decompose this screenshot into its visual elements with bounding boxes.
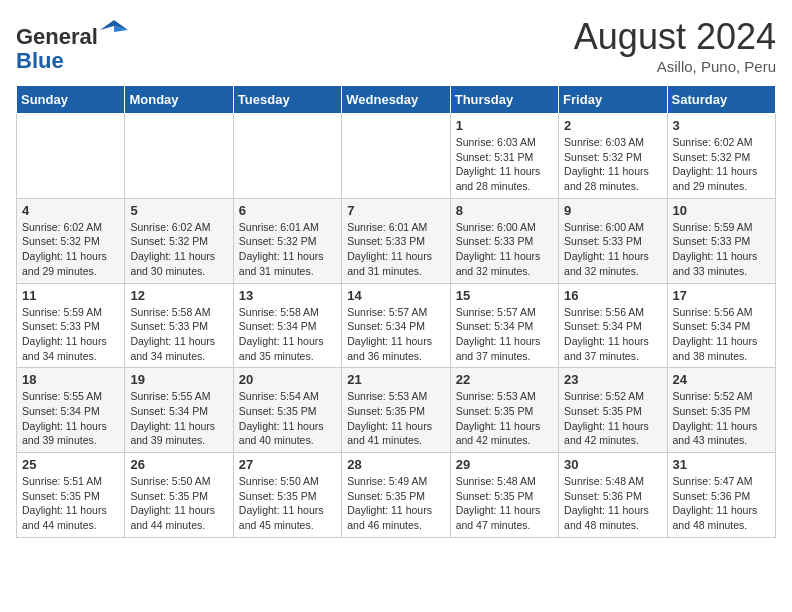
day-number: 25 bbox=[22, 457, 119, 472]
day-info: Sunrise: 6:00 AMSunset: 5:33 PMDaylight:… bbox=[456, 220, 553, 279]
day-number: 9 bbox=[564, 203, 661, 218]
calendar-cell: 16Sunrise: 5:56 AMSunset: 5:34 PMDayligh… bbox=[559, 283, 667, 368]
calendar-cell: 13Sunrise: 5:58 AMSunset: 5:34 PMDayligh… bbox=[233, 283, 341, 368]
logo-bird-icon bbox=[100, 16, 128, 44]
weekday-header-tuesday: Tuesday bbox=[233, 86, 341, 114]
day-number: 11 bbox=[22, 288, 119, 303]
calendar-cell: 3Sunrise: 6:02 AMSunset: 5:32 PMDaylight… bbox=[667, 114, 775, 199]
weekday-header-thursday: Thursday bbox=[450, 86, 558, 114]
day-info: Sunrise: 6:00 AMSunset: 5:33 PMDaylight:… bbox=[564, 220, 661, 279]
title-block: August 2024 Asillo, Puno, Peru bbox=[574, 16, 776, 75]
calendar-cell: 24Sunrise: 5:52 AMSunset: 5:35 PMDayligh… bbox=[667, 368, 775, 453]
calendar-cell bbox=[233, 114, 341, 199]
calendar-cell bbox=[342, 114, 450, 199]
calendar-cell: 4Sunrise: 6:02 AMSunset: 5:32 PMDaylight… bbox=[17, 198, 125, 283]
day-info: Sunrise: 5:49 AMSunset: 5:35 PMDaylight:… bbox=[347, 474, 444, 533]
calendar-cell: 11Sunrise: 5:59 AMSunset: 5:33 PMDayligh… bbox=[17, 283, 125, 368]
day-number: 30 bbox=[564, 457, 661, 472]
logo-blue-text: Blue bbox=[16, 48, 64, 73]
day-number: 22 bbox=[456, 372, 553, 387]
day-number: 27 bbox=[239, 457, 336, 472]
day-info: Sunrise: 5:56 AMSunset: 5:34 PMDaylight:… bbox=[673, 305, 770, 364]
page-header: General Blue August 2024 Asillo, Puno, P… bbox=[16, 16, 776, 75]
day-info: Sunrise: 6:02 AMSunset: 5:32 PMDaylight:… bbox=[130, 220, 227, 279]
day-info: Sunrise: 5:59 AMSunset: 5:33 PMDaylight:… bbox=[22, 305, 119, 364]
calendar-cell: 9Sunrise: 6:00 AMSunset: 5:33 PMDaylight… bbox=[559, 198, 667, 283]
logo: General Blue bbox=[16, 16, 128, 73]
day-info: Sunrise: 5:52 AMSunset: 5:35 PMDaylight:… bbox=[673, 389, 770, 448]
calendar-cell: 7Sunrise: 6:01 AMSunset: 5:33 PMDaylight… bbox=[342, 198, 450, 283]
day-number: 13 bbox=[239, 288, 336, 303]
day-number: 26 bbox=[130, 457, 227, 472]
day-number: 3 bbox=[673, 118, 770, 133]
day-number: 6 bbox=[239, 203, 336, 218]
weekday-header-saturday: Saturday bbox=[667, 86, 775, 114]
calendar-cell: 25Sunrise: 5:51 AMSunset: 5:35 PMDayligh… bbox=[17, 453, 125, 538]
day-info: Sunrise: 5:55 AMSunset: 5:34 PMDaylight:… bbox=[22, 389, 119, 448]
calendar-week-row: 18Sunrise: 5:55 AMSunset: 5:34 PMDayligh… bbox=[17, 368, 776, 453]
month-year-title: August 2024 bbox=[574, 16, 776, 58]
day-number: 5 bbox=[130, 203, 227, 218]
day-number: 21 bbox=[347, 372, 444, 387]
day-info: Sunrise: 5:52 AMSunset: 5:35 PMDaylight:… bbox=[564, 389, 661, 448]
day-number: 29 bbox=[456, 457, 553, 472]
calendar-week-row: 1Sunrise: 6:03 AMSunset: 5:31 PMDaylight… bbox=[17, 114, 776, 199]
day-number: 16 bbox=[564, 288, 661, 303]
day-number: 7 bbox=[347, 203, 444, 218]
day-number: 8 bbox=[456, 203, 553, 218]
day-number: 15 bbox=[456, 288, 553, 303]
day-number: 12 bbox=[130, 288, 227, 303]
calendar-cell: 1Sunrise: 6:03 AMSunset: 5:31 PMDaylight… bbox=[450, 114, 558, 199]
calendar-cell: 14Sunrise: 5:57 AMSunset: 5:34 PMDayligh… bbox=[342, 283, 450, 368]
day-info: Sunrise: 5:50 AMSunset: 5:35 PMDaylight:… bbox=[130, 474, 227, 533]
calendar-cell: 21Sunrise: 5:53 AMSunset: 5:35 PMDayligh… bbox=[342, 368, 450, 453]
weekday-header-sunday: Sunday bbox=[17, 86, 125, 114]
day-number: 10 bbox=[673, 203, 770, 218]
day-number: 23 bbox=[564, 372, 661, 387]
calendar-cell bbox=[125, 114, 233, 199]
day-number: 19 bbox=[130, 372, 227, 387]
calendar-cell: 8Sunrise: 6:00 AMSunset: 5:33 PMDaylight… bbox=[450, 198, 558, 283]
day-info: Sunrise: 5:57 AMSunset: 5:34 PMDaylight:… bbox=[347, 305, 444, 364]
day-number: 4 bbox=[22, 203, 119, 218]
calendar-cell: 29Sunrise: 5:48 AMSunset: 5:35 PMDayligh… bbox=[450, 453, 558, 538]
day-info: Sunrise: 6:01 AMSunset: 5:32 PMDaylight:… bbox=[239, 220, 336, 279]
day-info: Sunrise: 5:48 AMSunset: 5:35 PMDaylight:… bbox=[456, 474, 553, 533]
calendar-cell: 26Sunrise: 5:50 AMSunset: 5:35 PMDayligh… bbox=[125, 453, 233, 538]
day-info: Sunrise: 5:47 AMSunset: 5:36 PMDaylight:… bbox=[673, 474, 770, 533]
day-info: Sunrise: 5:57 AMSunset: 5:34 PMDaylight:… bbox=[456, 305, 553, 364]
day-info: Sunrise: 5:54 AMSunset: 5:35 PMDaylight:… bbox=[239, 389, 336, 448]
day-number: 1 bbox=[456, 118, 553, 133]
calendar-cell: 19Sunrise: 5:55 AMSunset: 5:34 PMDayligh… bbox=[125, 368, 233, 453]
day-number: 31 bbox=[673, 457, 770, 472]
weekday-header-friday: Friday bbox=[559, 86, 667, 114]
day-number: 18 bbox=[22, 372, 119, 387]
weekday-header-wednesday: Wednesday bbox=[342, 86, 450, 114]
day-info: Sunrise: 5:51 AMSunset: 5:35 PMDaylight:… bbox=[22, 474, 119, 533]
calendar-week-row: 11Sunrise: 5:59 AMSunset: 5:33 PMDayligh… bbox=[17, 283, 776, 368]
day-info: Sunrise: 6:01 AMSunset: 5:33 PMDaylight:… bbox=[347, 220, 444, 279]
calendar-cell: 22Sunrise: 5:53 AMSunset: 5:35 PMDayligh… bbox=[450, 368, 558, 453]
day-info: Sunrise: 6:02 AMSunset: 5:32 PMDaylight:… bbox=[22, 220, 119, 279]
calendar-cell: 27Sunrise: 5:50 AMSunset: 5:35 PMDayligh… bbox=[233, 453, 341, 538]
day-info: Sunrise: 6:02 AMSunset: 5:32 PMDaylight:… bbox=[673, 135, 770, 194]
day-number: 17 bbox=[673, 288, 770, 303]
day-number: 28 bbox=[347, 457, 444, 472]
calendar-cell: 30Sunrise: 5:48 AMSunset: 5:36 PMDayligh… bbox=[559, 453, 667, 538]
day-number: 14 bbox=[347, 288, 444, 303]
calendar-cell: 17Sunrise: 5:56 AMSunset: 5:34 PMDayligh… bbox=[667, 283, 775, 368]
calendar-cell bbox=[17, 114, 125, 199]
day-info: Sunrise: 5:50 AMSunset: 5:35 PMDaylight:… bbox=[239, 474, 336, 533]
day-number: 2 bbox=[564, 118, 661, 133]
day-info: Sunrise: 5:56 AMSunset: 5:34 PMDaylight:… bbox=[564, 305, 661, 364]
calendar-week-row: 4Sunrise: 6:02 AMSunset: 5:32 PMDaylight… bbox=[17, 198, 776, 283]
weekday-header-monday: Monday bbox=[125, 86, 233, 114]
day-info: Sunrise: 5:58 AMSunset: 5:34 PMDaylight:… bbox=[239, 305, 336, 364]
day-info: Sunrise: 5:48 AMSunset: 5:36 PMDaylight:… bbox=[564, 474, 661, 533]
day-info: Sunrise: 6:03 AMSunset: 5:32 PMDaylight:… bbox=[564, 135, 661, 194]
day-info: Sunrise: 5:58 AMSunset: 5:33 PMDaylight:… bbox=[130, 305, 227, 364]
logo-general-text: General bbox=[16, 24, 98, 49]
day-number: 24 bbox=[673, 372, 770, 387]
calendar-cell: 2Sunrise: 6:03 AMSunset: 5:32 PMDaylight… bbox=[559, 114, 667, 199]
calendar-week-row: 25Sunrise: 5:51 AMSunset: 5:35 PMDayligh… bbox=[17, 453, 776, 538]
